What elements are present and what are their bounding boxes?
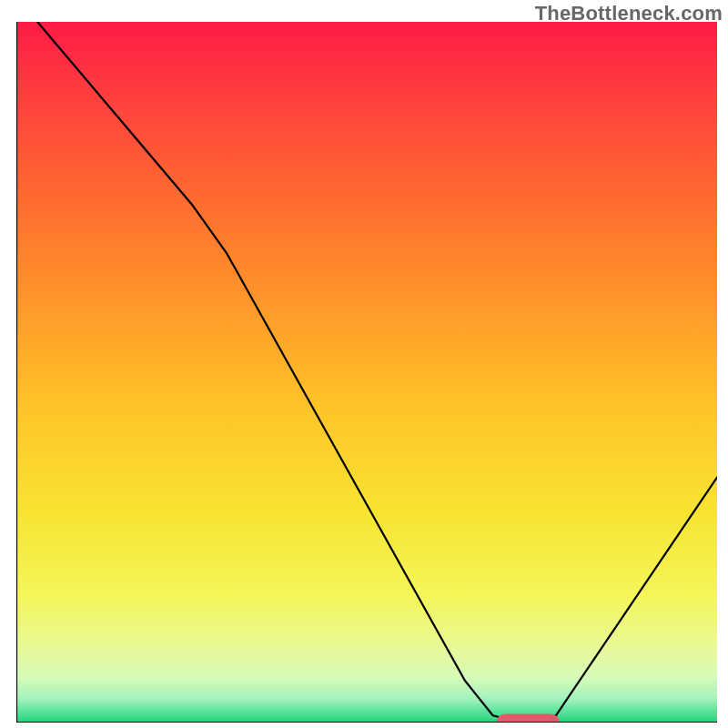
gradient-background [16,22,717,723]
chart-svg [16,22,717,723]
target-marker [497,713,560,723]
chart-frame: TheBottleneck.com [0,0,728,728]
chart-plot-area [16,22,717,723]
